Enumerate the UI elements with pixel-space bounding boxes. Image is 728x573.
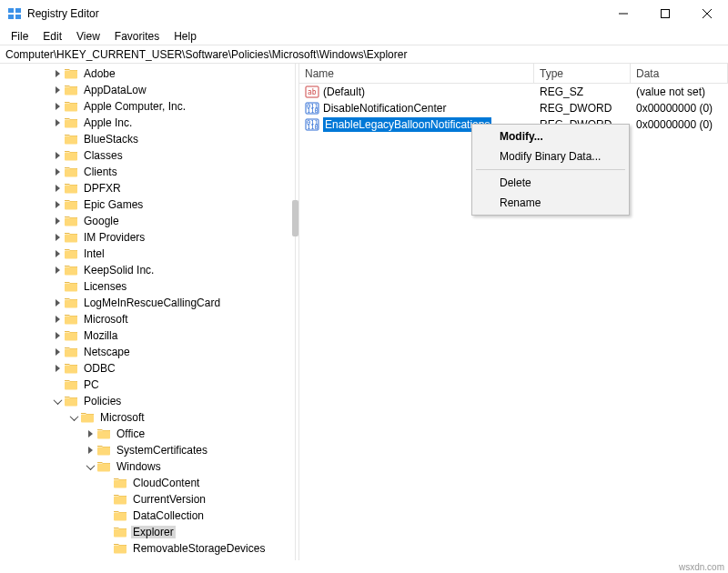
tree-item[interactable]: DPFXR [2,180,295,196]
folder-icon [113,509,127,522]
tree-item[interactable]: Licenses [2,278,295,295]
registry-value-row[interactable]: 011110DisableNotificationCenterREG_DWORD… [299,100,728,116]
menu-edit[interactable]: Edit [35,28,69,45]
context-menu: Modify... Modify Binary Data... Delete R… [471,124,630,216]
tree-item[interactable]: BlueStacks [2,131,295,147]
menu-view[interactable]: View [69,28,107,45]
context-rename[interactable]: Rename [474,193,627,213]
tree-item-label: Classes [82,149,125,162]
tree-item[interactable]: SystemCertificates [2,442,295,458]
tree-expand-icon[interactable] [51,231,64,244]
tree-item[interactable]: Mozilla [2,327,295,344]
menu-file[interactable]: File [4,28,35,45]
tree-item[interactable]: RemovableStorageDevices [2,540,295,557]
tree-expand-icon[interactable] [51,166,64,178]
minimize-button[interactable] [602,0,644,27]
close-button[interactable] [686,0,728,27]
list-pane: Name Type Data ab(Default)REG_SZ(value n… [298,64,728,560]
context-modify[interactable]: Modify... [474,126,627,146]
svg-rect-14 [65,169,77,177]
tree-item[interactable]: PC [2,377,295,393]
tree-expand-icon[interactable] [51,215,64,227]
svg-text:110: 110 [307,107,318,115]
tree-expand-icon[interactable] [51,198,64,211]
value-data: 0x00000000 (0) [631,102,728,115]
context-modify-binary[interactable]: Modify Binary Data... [474,146,627,166]
tree-expand-icon[interactable] [51,67,64,80]
svg-rect-17 [65,218,77,226]
address-bar[interactable]: Computer\HKEY_CURRENT_USER\Software\Poli… [0,45,728,64]
tree-item[interactable]: Google [2,213,295,229]
tree-view[interactable]: AdobeAppDataLowApple Computer, Inc.Apple… [0,64,295,560]
svg-rect-13 [65,153,77,161]
column-type[interactable]: Type [534,64,631,83]
tree-expand-icon[interactable] [51,149,64,162]
watermark: wsxdn.com [679,560,724,573]
tree-item[interactable]: LogMeInRescueCallingCard [2,295,295,311]
tree-item[interactable]: Adobe [2,65,295,82]
tree-expand-icon[interactable] [51,100,64,113]
svg-text:110: 110 [307,124,318,131]
tree-item[interactable]: Classes [2,147,295,164]
tree-expand-icon[interactable] [84,444,96,457]
svg-rect-15 [65,186,77,194]
menu-help[interactable]: Help [167,28,204,45]
folder-icon [96,427,111,440]
tree-item[interactable]: ODBC [2,360,295,377]
svg-rect-2 [8,15,14,19]
tree-expand-icon[interactable] [67,558,80,560]
string-value-icon: ab [305,85,319,99]
tree-collapse-icon[interactable] [84,460,96,473]
column-data[interactable]: Data [631,64,728,83]
tree-expand-icon[interactable] [51,84,64,96]
tree-expand-icon[interactable] [84,427,96,440]
svg-rect-10 [65,104,77,112]
tree-item[interactable]: Apple Inc. [2,115,295,131]
tree-item-label: Mozilla [82,329,119,342]
tree-item-label: Power [98,558,133,560]
menu-favorites[interactable]: Favorites [107,28,167,45]
context-delete[interactable]: Delete [474,173,627,193]
maximize-button[interactable] [644,0,686,27]
tree-item-label: Intel [82,247,106,260]
splitter-grip[interactable] [292,200,298,236]
tree-expand-icon[interactable] [51,346,64,358]
tree-item[interactable]: Apple Computer, Inc. [2,98,295,115]
tree-collapse-icon[interactable] [67,411,80,424]
tree-item[interactable]: Microsoft [2,409,295,426]
tree-item[interactable]: Power [2,557,295,560]
tree-expand-icon[interactable] [51,297,64,309]
tree-expand-icon[interactable] [51,329,64,342]
svg-rect-35 [114,513,126,521]
tree-item[interactable]: Policies [2,393,295,409]
tree-item[interactable]: IM Providers [2,229,295,246]
svg-rect-29 [81,415,94,423]
tree-item[interactable]: Office [2,426,295,442]
column-name[interactable]: Name [299,64,534,83]
tree-item[interactable]: Explorer [2,524,295,540]
tree-expand-icon[interactable] [51,182,64,195]
folder-icon [64,100,78,113]
tree-item[interactable]: Windows [2,458,295,475]
svg-rect-3 [15,15,21,19]
tree-item[interactable]: Microsoft [2,311,295,327]
registry-value-row[interactable]: ab(Default)REG_SZ(value not set) [299,84,728,100]
tree-item[interactable]: Clients [2,164,295,180]
tree-item[interactable]: CloudContent [2,475,295,491]
value-data: (value not set) [631,85,728,98]
tree-expand-icon[interactable] [51,116,64,129]
tree-item-label: Epic Games [82,198,145,211]
tree-expand-icon[interactable] [51,313,64,326]
list-header: Name Type Data [299,64,728,84]
tree-item[interactable]: AppDataLow [2,82,295,98]
tree-item[interactable]: Epic Games [2,196,295,213]
tree-expand-icon[interactable] [51,264,64,276]
tree-item[interactable]: KeepSolid Inc. [2,262,295,278]
tree-item[interactable]: Intel [2,246,295,262]
tree-item[interactable]: CurrentVersion [2,491,295,508]
tree-expand-icon[interactable] [51,362,64,375]
tree-collapse-icon[interactable] [51,395,64,407]
tree-item[interactable]: Netscape [2,344,295,360]
tree-expand-icon[interactable] [51,247,64,260]
tree-item[interactable]: DataCollection [2,508,295,524]
